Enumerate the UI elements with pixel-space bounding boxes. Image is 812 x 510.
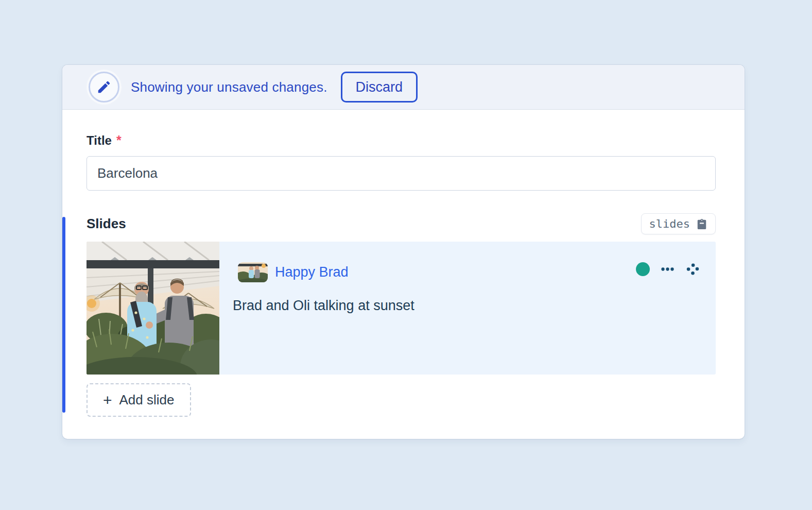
ellipsis-menu-icon — [661, 262, 675, 276]
slides-field-label: Slides — [87, 216, 126, 232]
title-label-text: Title — [87, 133, 112, 148]
slide-drag-handle[interactable] — [685, 262, 700, 277]
form-body: Title * Slides slides — [62, 110, 745, 417]
slide-description: Brad and Oli talking at sunset — [233, 298, 700, 314]
pencil-icon — [89, 72, 119, 103]
field-change-bar[interactable] — [62, 217, 65, 413]
required-asterisk: * — [116, 133, 122, 148]
slide-actions — [636, 262, 700, 277]
title-field-label: Title * — [87, 133, 716, 148]
discard-button[interactable]: Discard — [341, 72, 418, 103]
clipboard-icon — [696, 218, 707, 230]
slide-menu-button[interactable] — [661, 262, 675, 276]
slide-reference-thumbnail — [238, 262, 268, 282]
changed-status-dot-icon — [636, 262, 650, 276]
title-input[interactable] — [87, 156, 716, 191]
unsaved-changes-message: Showing your unsaved changes. — [131, 79, 327, 95]
document-editor-card: Showing your unsaved changes. Discard Ti… — [62, 65, 745, 439]
slides-header: Slides slides — [87, 213, 716, 234]
add-slide-button[interactable]: + Add slide — [87, 383, 191, 417]
plus-icon: + — [103, 393, 112, 408]
unsaved-changes-banner: Showing your unsaved changes. Discard — [62, 65, 745, 110]
slide-item[interactable]: Happy Brad Brad and Oli talking at sunse… — [87, 242, 716, 375]
slide-preview: Happy Brad Brad and Oli talking at sunse… — [219, 242, 716, 375]
slides-type-badge: slides — [641, 213, 716, 234]
add-slide-label: Add slide — [119, 392, 175, 408]
drag-handle-icon — [685, 262, 700, 277]
slide-title-link[interactable]: Happy Brad — [275, 264, 349, 280]
slide-thumbnail-image — [87, 242, 219, 375]
type-badge-text: slides — [649, 217, 690, 230]
